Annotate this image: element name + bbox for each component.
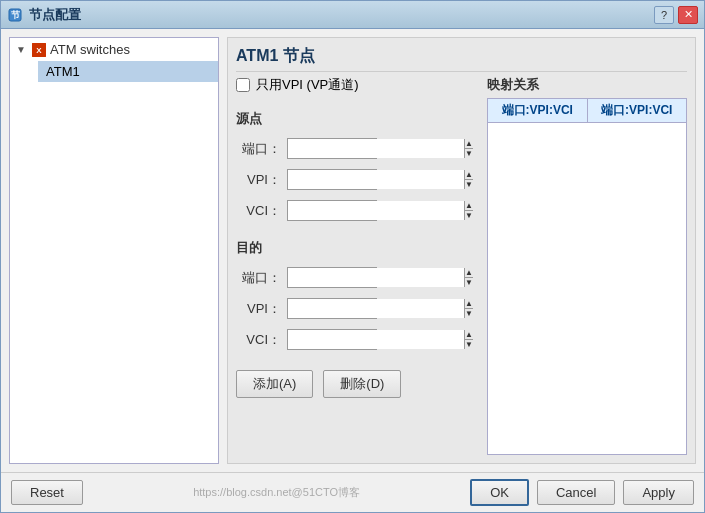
source-port-input[interactable]: 1 [288, 139, 464, 158]
dest-vci-down[interactable]: ▼ [465, 339, 473, 349]
main-content: ▼ X ATM switches ATM1 ATM1 节点 [1, 29, 704, 472]
source-vpi-spin-buttons: ▲ ▼ [464, 170, 473, 189]
source-vci-spin-buttons: ▲ ▼ [464, 201, 473, 220]
reset-button[interactable]: Reset [11, 480, 83, 505]
source-port-label: 端口： [236, 140, 281, 158]
add-button[interactable]: 添加(A) [236, 370, 313, 398]
source-vpi-row: VPI： 0 ▲ ▼ [236, 169, 475, 190]
bottom-left: Reset [11, 480, 83, 505]
watermark: https://blog.csdn.net@51CTO博客 [193, 485, 360, 500]
source-vpi-up[interactable]: ▲ [465, 170, 473, 179]
cancel-button[interactable]: Cancel [537, 480, 615, 505]
source-vpi-spin: 0 ▲ ▼ [287, 169, 377, 190]
source-vci-spin: 100 ▲ ▼ [287, 200, 377, 221]
mapping-panel: 映射关系 端口:VPI:VCI 端口:VPI:VCI [487, 76, 687, 455]
source-vci-up[interactable]: ▲ [465, 201, 473, 210]
dest-vpi-spin: 0 ▲ ▼ [287, 298, 377, 319]
ok-button[interactable]: OK [470, 479, 529, 506]
delete-button[interactable]: 删除(D) [323, 370, 401, 398]
dest-port-spin: 10 ▲ ▼ [287, 267, 377, 288]
dest-port-spin-buttons: ▲ ▼ [464, 268, 473, 287]
action-row: 添加(A) 删除(D) [236, 370, 475, 398]
tree-arrow-icon: ▼ [16, 44, 28, 55]
title-bar-left: 节 节点配置 [7, 6, 81, 24]
dest-vpi-input[interactable]: 0 [288, 299, 464, 318]
form-panel: 只用VPI (VP通道) 源点 端口： 1 ▲ ▼ [236, 76, 475, 455]
mapping-title: 映射关系 [487, 76, 687, 94]
mapping-col2-header: 端口:VPI:VCI [588, 99, 687, 122]
dest-vci-row: VCI： 200 ▲ ▼ [236, 329, 475, 350]
left-panel: ▼ X ATM switches ATM1 [9, 37, 219, 464]
vpi-checkbox[interactable] [236, 78, 250, 92]
dest-port-input[interactable]: 10 [288, 268, 464, 287]
atm-icon: X [32, 43, 46, 57]
title-bar: 节 节点配置 ? ✕ [1, 1, 704, 29]
main-window: 节 节点配置 ? ✕ ▼ X ATM switches [0, 0, 705, 513]
mapping-table: 端口:VPI:VCI 端口:VPI:VCI [487, 98, 687, 455]
mapping-body [488, 123, 686, 323]
source-vci-input[interactable]: 100 [288, 201, 464, 220]
window-title: 节点配置 [29, 6, 81, 24]
tree-root-item[interactable]: ▼ X ATM switches [10, 38, 218, 61]
dest-vci-spin-buttons: ▲ ▼ [464, 330, 473, 349]
vpi-checkbox-row: 只用VPI (VP通道) [236, 76, 475, 94]
source-vpi-down[interactable]: ▼ [465, 179, 473, 189]
bottom-bar: Reset https://blog.csdn.net@51CTO博客 OK C… [1, 472, 704, 512]
dest-vpi-spin-buttons: ▲ ▼ [464, 299, 473, 318]
dest-vci-label: VCI： [236, 331, 281, 349]
dest-port-down[interactable]: ▼ [465, 277, 473, 287]
svg-text:节: 节 [11, 10, 21, 20]
apply-button[interactable]: Apply [623, 480, 694, 505]
dest-section-title: 目的 [236, 239, 475, 257]
source-vci-label: VCI： [236, 202, 281, 220]
source-port-down[interactable]: ▼ [465, 148, 473, 158]
dest-vpi-label: VPI： [236, 300, 281, 318]
source-port-spin: 1 ▲ ▼ [287, 138, 377, 159]
dest-vpi-up[interactable]: ▲ [465, 299, 473, 308]
tree-children: ATM1 [10, 61, 218, 82]
tree-root-label: ATM switches [50, 42, 130, 57]
dest-vpi-down[interactable]: ▼ [465, 308, 473, 318]
right-panel-wrapper: ATM1 节点 只用VPI (VP通道) 源点 端口： 1 ▲ [227, 37, 696, 464]
source-section-title: 源点 [236, 110, 475, 128]
tree-child-atm1[interactable]: ATM1 [38, 61, 218, 82]
dest-vci-spin: 200 ▲ ▼ [287, 329, 377, 350]
source-vci-row: VCI： 100 ▲ ▼ [236, 200, 475, 221]
dest-vpi-row: VPI： 0 ▲ ▼ [236, 298, 475, 319]
source-vpi-label: VPI： [236, 171, 281, 189]
dest-port-up[interactable]: ▲ [465, 268, 473, 277]
window-icon: 节 [7, 7, 23, 23]
help-button[interactable]: ? [654, 6, 674, 24]
close-button[interactable]: ✕ [678, 6, 698, 24]
dest-vci-input[interactable]: 200 [288, 330, 464, 349]
source-port-spin-buttons: ▲ ▼ [464, 139, 473, 158]
node-title: ATM1 节点 [236, 46, 687, 72]
dest-port-label: 端口： [236, 269, 281, 287]
title-bar-buttons: ? ✕ [654, 6, 698, 24]
mapping-header: 端口:VPI:VCI 端口:VPI:VCI [488, 99, 686, 123]
mapping-col1-header: 端口:VPI:VCI [488, 99, 588, 122]
dest-port-row: 端口： 10 ▲ ▼ [236, 267, 475, 288]
dest-vci-up[interactable]: ▲ [465, 330, 473, 339]
source-port-up[interactable]: ▲ [465, 139, 473, 148]
source-port-row: 端口： 1 ▲ ▼ [236, 138, 475, 159]
source-vci-down[interactable]: ▼ [465, 210, 473, 220]
bottom-right: OK Cancel Apply [470, 479, 694, 506]
source-vpi-input[interactable]: 0 [288, 170, 464, 189]
svg-text:X: X [36, 46, 42, 55]
right-content: 只用VPI (VP通道) 源点 端口： 1 ▲ ▼ [236, 76, 687, 455]
vpi-checkbox-label: 只用VPI (VP通道) [256, 76, 359, 94]
